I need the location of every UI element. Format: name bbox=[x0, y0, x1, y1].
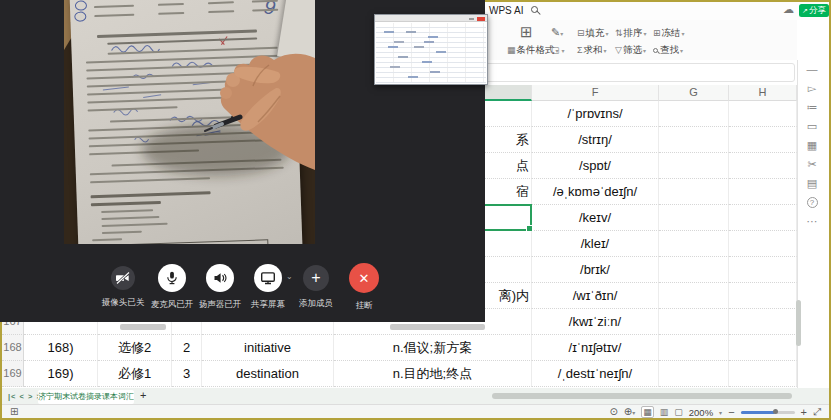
preview-spreadsheet-thumbnail bbox=[376, 23, 486, 83]
cell-g[interactable] bbox=[659, 101, 729, 127]
screen-share-icon bbox=[254, 264, 282, 292]
cell-e[interactable]: n.倡议;新方案 bbox=[334, 335, 532, 361]
cell-f[interactable]: /brɪk/ bbox=[532, 257, 659, 283]
page-layout-view-icon[interactable]: ▥ bbox=[660, 407, 669, 417]
cell-g[interactable] bbox=[659, 127, 729, 153]
cell-a[interactable]: 168) bbox=[24, 335, 98, 361]
more-icon[interactable]: ⋯ bbox=[807, 216, 818, 227]
zoom-slider-thumb[interactable] bbox=[773, 409, 778, 414]
board-icon[interactable]: ▦ bbox=[807, 140, 817, 151]
column-header-H[interactable]: H bbox=[729, 85, 797, 101]
minimize-icon[interactable] bbox=[469, 18, 474, 20]
fullscreen-icon[interactable]: ⤢ bbox=[813, 406, 821, 418]
task-pane-sidebar: —▻≔▭▦✂▤?⋯ bbox=[799, 64, 825, 227]
meeting-overlay-window: 9 Position Wanted bbox=[0, 0, 485, 322]
shared-screen-preview-window[interactable] bbox=[374, 14, 488, 85]
cell-g[interactable] bbox=[659, 361, 729, 387]
cell-f[interactable]: /ˌdestɪˈneɪʃn/ bbox=[532, 361, 659, 387]
cell-f[interactable]: /strɪŋ/ bbox=[532, 127, 659, 153]
cell-d[interactable]: destination bbox=[202, 361, 334, 387]
cell-g[interactable] bbox=[659, 335, 729, 361]
speaker-icon bbox=[206, 264, 234, 292]
camera-video-feed: 9 Position Wanted bbox=[64, 0, 315, 244]
cell-d[interactable]: initiative bbox=[202, 335, 334, 361]
cell-f[interactable]: /kwɪˈziːn/ bbox=[532, 309, 659, 335]
cell-f[interactable]: /keɪv/ bbox=[532, 205, 659, 231]
zoom-slider[interactable] bbox=[741, 411, 795, 414]
clip-icon[interactable]: ✂ bbox=[807, 159, 816, 170]
cell-h[interactable] bbox=[729, 309, 797, 335]
zoom-out-button[interactable]: − bbox=[728, 407, 734, 417]
clipped-text-remnant bbox=[120, 324, 166, 330]
cell-h[interactable] bbox=[729, 335, 797, 361]
cell-g[interactable] bbox=[659, 179, 729, 205]
thumbnail-content bbox=[384, 31, 394, 33]
collapse-icon[interactable]: — bbox=[807, 64, 818, 75]
sheet-tab-bar: |< < > >| 济宁期末试卷摘录课本词汇 + bbox=[2, 388, 829, 404]
meeting-button-label: 挂断 bbox=[334, 300, 394, 312]
cell-a[interactable]: 169) bbox=[24, 361, 98, 387]
close-icon[interactable] bbox=[477, 17, 485, 21]
meeting-button-hang-up[interactable]: ✕挂断 bbox=[334, 263, 394, 312]
cell-f[interactable]: /wɪˈðɪn/ bbox=[532, 283, 659, 309]
cell-g[interactable] bbox=[659, 283, 729, 309]
zoom-in-button[interactable]: + bbox=[801, 407, 807, 417]
column-header-F[interactable]: F bbox=[532, 85, 659, 101]
microphone-icon bbox=[158, 264, 186, 292]
comment-icon[interactable]: ▭ bbox=[807, 121, 817, 132]
cell-h[interactable] bbox=[729, 361, 797, 387]
cell-b[interactable]: 必修1 bbox=[98, 361, 172, 387]
table-grid-icon[interactable]: ⊞ bbox=[10, 406, 18, 417]
selection-locate-icon[interactable]: ⊕▾ bbox=[624, 406, 635, 419]
cell-f[interactable]: /əˌkɒməˈdeɪʃn/ bbox=[532, 179, 659, 205]
cell-h[interactable] bbox=[729, 257, 797, 283]
cell-g[interactable] bbox=[659, 257, 729, 283]
screenshot-stage: WPS AI ☁ ↗分享 ▾ ▾ ⊞ ✎▾ ⊟填充▾⇅排序▾⊞冻结▾ ▦条件格式… bbox=[0, 0, 831, 420]
cell-f[interactable]: /spɒt/ bbox=[532, 153, 659, 179]
cell-h[interactable] bbox=[729, 101, 797, 127]
hand-with-pen bbox=[64, 0, 315, 244]
vertical-scrollbar[interactable] bbox=[796, 300, 801, 346]
sheet-tab-active[interactable]: 济宁期末试卷摘录课本词汇 bbox=[38, 390, 134, 404]
cell-g[interactable] bbox=[659, 205, 729, 231]
cell-h[interactable] bbox=[729, 231, 797, 257]
add-sheet-button[interactable]: + bbox=[140, 389, 146, 401]
camera-off-icon bbox=[111, 266, 135, 290]
cell-f[interactable]: /ˈprɒvɪns/ bbox=[532, 101, 659, 127]
cell-h[interactable] bbox=[729, 127, 797, 153]
help-icon[interactable]: ? bbox=[807, 197, 818, 208]
zoom-caret-icon[interactable]: ▾ bbox=[719, 409, 722, 416]
cell-h[interactable] bbox=[729, 179, 797, 205]
cell-e[interactable]: n.目的地;终点 bbox=[334, 361, 532, 387]
page-break-view-icon[interactable]: ▢ bbox=[674, 407, 683, 417]
plus-icon: + bbox=[303, 265, 329, 291]
preview-titlebar bbox=[375, 15, 487, 22]
cell-h[interactable] bbox=[729, 153, 797, 179]
cell-f[interactable]: /ɪˈnɪʃətɪv/ bbox=[532, 335, 659, 361]
cell-g[interactable] bbox=[659, 153, 729, 179]
zoom-level[interactable]: 200% bbox=[689, 407, 713, 418]
row-number: 168 bbox=[2, 335, 24, 361]
horizontal-scrollbar[interactable] bbox=[492, 393, 792, 399]
cell-f[interactable]: /kleɪ/ bbox=[532, 231, 659, 257]
clipped-text-remnant bbox=[390, 324, 485, 330]
cell-b[interactable]: 选修2 bbox=[98, 335, 172, 361]
close-icon: ✕ bbox=[349, 263, 379, 293]
cell-c[interactable]: 3 bbox=[172, 361, 202, 387]
adjust-icon[interactable]: ≔ bbox=[807, 102, 818, 113]
cell-g[interactable] bbox=[659, 309, 729, 335]
status-bar: ⊞ ⊙ ⊕▾ ▦ ▥ ▢ 200% ▾ − + ⤢ bbox=[2, 404, 829, 418]
cell-h[interactable] bbox=[729, 283, 797, 309]
book-icon[interactable]: ▤ bbox=[807, 178, 817, 189]
normal-view-icon[interactable]: ▦ bbox=[641, 406, 654, 418]
cursor-select-icon[interactable]: ▻ bbox=[808, 83, 816, 94]
column-header-G[interactable]: G bbox=[659, 85, 729, 101]
cell-h[interactable] bbox=[729, 205, 797, 231]
cell-g[interactable] bbox=[659, 231, 729, 257]
cell-c[interactable]: 2 bbox=[172, 335, 202, 361]
eye-icon[interactable]: ⊙ bbox=[609, 406, 617, 418]
row-number: 169 bbox=[2, 361, 24, 387]
